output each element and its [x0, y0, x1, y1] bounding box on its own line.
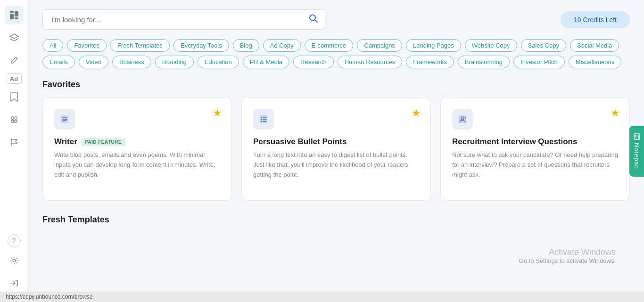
card-bullet-title: Persuasive Bullet Points [253, 137, 419, 147]
notepad-label: Notepad [633, 142, 640, 169]
status-bar: https://copy.unbounce.com/browse [0, 292, 644, 302]
tag-ad-copy[interactable]: Ad Copy [263, 39, 301, 52]
card-writer-desc: Write blog posts, emails and even poems.… [54, 150, 220, 180]
settings-icon [9, 256, 19, 265]
tag-pr-media[interactable]: PR & Media [243, 56, 289, 68]
sidebar-item-plugin[interactable] [5, 110, 24, 129]
tag-video[interactable]: Video [79, 56, 108, 68]
sidebar-item-ad[interactable]: Ad [7, 73, 22, 84]
tag-miscellaneous[interactable]: Miscellaneous [569, 56, 621, 68]
tag-social-media[interactable]: Social Media [570, 39, 619, 52]
notepad-icon [634, 133, 640, 139]
notepad-button[interactable]: Notepad [629, 125, 644, 176]
tag-human-resources[interactable]: Human Resources [338, 56, 403, 68]
recruitment-icon [457, 114, 468, 124]
tag-research[interactable]: Research [293, 56, 334, 68]
fresh-templates-heading: Fresh Templates [42, 215, 630, 225]
dashboard-icon [9, 10, 19, 20]
card-persuasive-bullet-points[interactable]: ★ Persuasive Bullet Points Turn a long t… [241, 97, 431, 201]
search-container [42, 9, 325, 30]
sidebar-item-help[interactable]: ? [8, 234, 21, 247]
svg-rect-7 [15, 120, 17, 122]
svg-point-16 [261, 121, 262, 122]
tag-frameworks[interactable]: Frameworks [406, 56, 454, 68]
sidebar-item-bookmark[interactable] [5, 88, 24, 106]
tag-education[interactable]: Education [198, 56, 239, 68]
bookmark-icon [10, 92, 18, 102]
activate-windows-overlay: Activate Windows Go to Settings to activ… [519, 247, 616, 264]
favorites-heading: Favorites [42, 80, 630, 90]
svg-rect-1 [10, 14, 14, 19]
sidebar-item-settings[interactable] [5, 251, 24, 270]
card-writer[interactable]: ★ Writer PAID FEATURE Write blog posts, … [42, 97, 232, 201]
tag-all[interactable]: All [42, 39, 63, 52]
tag-sales-copy[interactable]: Sales Copy [521, 39, 566, 52]
card-writer-star[interactable]: ★ [213, 107, 222, 119]
card-recruitment[interactable]: ★ Recruitment Interview Questions Not su… [440, 97, 630, 201]
sidebar-item-logout[interactable] [5, 274, 24, 293]
card-recruitment-star[interactable]: ★ [611, 107, 620, 119]
tag-business[interactable]: Business [112, 56, 151, 68]
tag-everyday-tools[interactable]: Everyday Tools [173, 39, 229, 52]
search-input[interactable] [42, 9, 325, 30]
tag-branding[interactable]: Branding [155, 56, 194, 68]
ad-label: Ad [10, 75, 18, 82]
flag-icon [9, 138, 19, 147]
writer-icon [59, 114, 70, 124]
edit-icon [9, 56, 19, 65]
tag-landing-pages[interactable]: Landing Pages [406, 39, 461, 52]
sidebar: Ad ? [0, 0, 28, 302]
tag-investor-pitch[interactable]: Investor Pitch [513, 56, 565, 68]
sidebar-item-layers[interactable] [5, 28, 24, 47]
svg-point-8 [13, 259, 16, 262]
layers-icon [9, 33, 19, 43]
paid-feature-badge: PAID FEATURE [81, 138, 125, 146]
card-bullet-desc: Turn a long text into an easy to digest … [253, 150, 419, 180]
tag-fresh-templates[interactable]: Fresh Templates [110, 39, 170, 52]
svg-rect-3 [15, 17, 18, 19]
svg-point-9 [310, 15, 315, 20]
tag-emails[interactable]: Emails [42, 56, 75, 68]
tag-blog[interactable]: Blog [233, 39, 259, 52]
search-button[interactable] [308, 13, 319, 26]
logout-icon [9, 278, 19, 288]
tag-campaigns[interactable]: Campaigns [357, 39, 402, 52]
tag-brainstorming[interactable]: Brainstorming [458, 56, 510, 68]
svg-rect-5 [15, 117, 17, 119]
svg-rect-4 [11, 117, 14, 119]
plugin-icon [9, 114, 19, 125]
tag-website-copy[interactable]: Website Copy [465, 39, 517, 52]
svg-rect-0 [10, 11, 14, 13]
tag-favorites[interactable]: Favorites [67, 39, 106, 52]
filter-tags: AllFavoritesFresh TemplatesEveryday Tool… [42, 39, 630, 68]
svg-rect-6 [11, 120, 14, 122]
bullet-points-icon [258, 114, 269, 124]
credits-badge: 10 Credits Left [561, 11, 630, 28]
main-content: 10 Credits Left AllFavoritesFresh Templa… [28, 0, 644, 302]
activate-windows-subtitle: Go to Settings to activate Windows. [519, 257, 616, 264]
help-icon: ? [12, 237, 16, 245]
svg-point-14 [261, 119, 262, 120]
card-bullet-icon [253, 109, 274, 130]
card-recruitment-icon [452, 109, 473, 130]
svg-rect-2 [15, 11, 18, 16]
tag-e-commerce[interactable]: E-commerce [305, 39, 354, 52]
favorites-grid: ★ Writer PAID FEATURE Write blog posts, … [42, 97, 630, 201]
card-bullet-star[interactable]: ★ [412, 107, 421, 119]
svg-point-12 [261, 117, 262, 118]
card-recruitment-desc: Not sure what to ask your candidate? Or … [452, 150, 618, 180]
search-icon [308, 13, 319, 24]
sidebar-item-flag[interactable] [5, 133, 24, 152]
sidebar-item-dashboard[interactable] [5, 6, 24, 24]
card-writer-icon [54, 109, 75, 130]
card-writer-title: Writer PAID FEATURE [54, 137, 220, 147]
status-url: https://copy.unbounce.com/browse [6, 294, 93, 300]
search-row: 10 Credits Left [42, 9, 630, 30]
card-recruitment-title: Recruitment Interview Questions [452, 137, 618, 147]
activate-windows-title: Activate Windows [519, 247, 616, 257]
sidebar-item-edit[interactable] [5, 51, 24, 70]
